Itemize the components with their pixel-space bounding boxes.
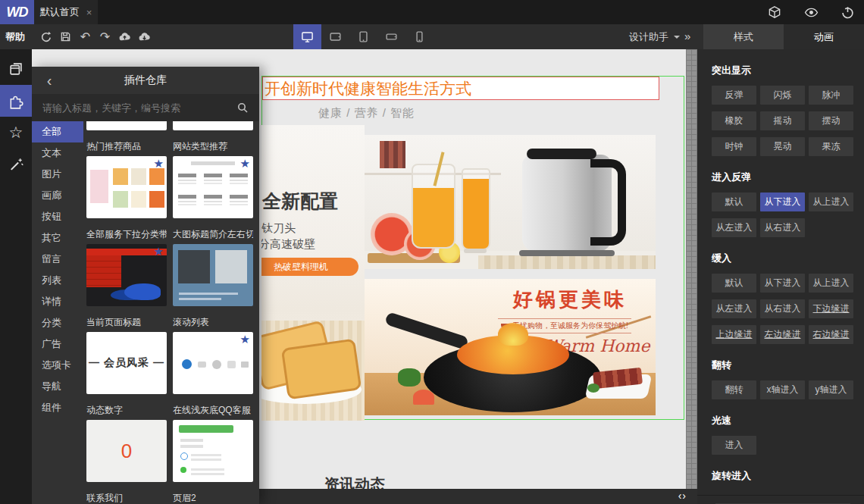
code-view-icon[interactable]: ‹›: [678, 489, 687, 504]
plugin-card-thumb[interactable]: [173, 420, 253, 482]
collapse-panel-icon[interactable]: »: [684, 24, 690, 49]
plugin-panel-title: 插件仓库: [67, 74, 224, 87]
animation-button[interactable]: 闪烁: [760, 86, 805, 105]
sidebar-item-favorites[interactable]: ☆: [0, 117, 32, 149]
category-item[interactable]: 列表: [32, 270, 83, 291]
page-subheading[interactable]: 健康 / 营养 / 智能: [318, 106, 415, 121]
device-tablet-landscape-button[interactable]: [321, 24, 349, 49]
animation-button[interactable]: 从上进入: [809, 193, 853, 211]
animation-button[interactable]: 默认: [712, 274, 756, 293]
animation-button[interactable]: 橡胶: [712, 111, 756, 130]
animation-button[interactable]: 从下进入: [760, 193, 805, 211]
animation-button[interactable]: 左边缘进: [760, 325, 805, 344]
star-badge-icon[interactable]: ★: [240, 157, 250, 171]
animation-button[interactable]: 从右进入: [760, 299, 805, 318]
search-icon[interactable]: [235, 100, 250, 115]
app-logo[interactable]: WD: [0, 0, 34, 24]
star-badge-icon[interactable]: ★: [240, 333, 250, 346]
help-button[interactable]: 帮助: [5, 24, 25, 49]
cube-icon[interactable]: [767, 5, 782, 20]
animation-button[interactable]: 右边缘进: [809, 325, 853, 344]
animation-button[interactable]: 反弹: [712, 86, 756, 105]
star-badge-icon[interactable]: ★: [154, 245, 164, 258]
animation-button[interactable]: 时钟: [712, 137, 756, 156]
category-item[interactable]: 广告: [32, 333, 83, 355]
sidebar-item-pages[interactable]: [0, 53, 32, 85]
category-item[interactable]: 其它: [32, 227, 83, 249]
banner-left-ad[interactable]: 全新配置 钛刀头 分高速破壁 热破壁料理机: [261, 125, 365, 421]
tab-style[interactable]: 样式: [703, 24, 784, 49]
category-item[interactable]: 详情: [32, 291, 83, 312]
category-item[interactable]: 分类: [32, 312, 83, 333]
plugin-card-partial[interactable]: [173, 121, 253, 130]
animation-button[interactable]: 进入: [712, 436, 756, 455]
category-item[interactable]: 全部: [32, 121, 83, 142]
animation-section-title: 旋转进入: [712, 469, 854, 483]
category-item[interactable]: 图片: [32, 164, 83, 185]
category-item[interactable]: 画廊: [32, 185, 83, 206]
animation-button[interactable]: 摇动: [760, 111, 805, 130]
cloud-upload-icon[interactable]: [118, 30, 131, 43]
plugin-card-thumb[interactable]: ★: [86, 244, 167, 306]
kettle-banner-image[interactable]: [365, 135, 656, 269]
page-heading-element[interactable]: 开创新时代健康智能生活方式: [262, 77, 659, 100]
animation-button[interactable]: 默认: [712, 193, 756, 211]
sidebar-item-wizard[interactable]: [0, 149, 32, 180]
animation-button[interactable]: 从左进入: [712, 299, 756, 318]
animation-button[interactable]: 上边缘进: [712, 325, 756, 344]
animation-button[interactable]: 下边缘进: [809, 299, 853, 318]
plugin-card-thumb[interactable]: ★: [86, 156, 167, 218]
plugin-card-thumb[interactable]: — 会员风采 —: [86, 332, 167, 394]
animation-button[interactable]: x轴进入: [760, 380, 805, 399]
category-item[interactable]: 文本: [32, 142, 83, 164]
design-assistant-dropdown[interactable]: 设计助手: [629, 24, 680, 49]
device-desktop-button[interactable]: [293, 24, 321, 49]
plugin-library-panel: ‹ 插件仓库 全部文本图片画廊按钮其它留言列表详情分类广告选项卡导航组件 热门推…: [32, 67, 259, 504]
sidebar-item-plugins[interactable]: [0, 85, 32, 117]
page-tab-home[interactable]: 默认首页 ×: [34, 0, 98, 24]
plugin-search-input[interactable]: [41, 102, 235, 114]
animation-button[interactable]: 果冻: [809, 137, 853, 156]
device-phone-landscape-button[interactable]: [377, 24, 405, 49]
plugin-card-thumb[interactable]: [173, 244, 253, 306]
category-item[interactable]: 留言: [32, 249, 83, 270]
star-badge-icon[interactable]: ★: [154, 157, 164, 171]
animation-button[interactable]: 从右进入: [760, 218, 805, 237]
animation-button[interactable]: 从上进入: [809, 274, 853, 293]
plugin-card-thumb[interactable]: ★: [173, 332, 253, 394]
preview-eye-icon[interactable]: [803, 5, 819, 20]
wok-banner-image[interactable]: 好锅更美味 无忧购物，至诚服务为你保驾护航! Warm Home: [365, 279, 656, 415]
tab-animation[interactable]: 动画: [784, 24, 864, 49]
canvas-scrollbar[interactable]: [686, 49, 697, 489]
ad-button[interactable]: 热破壁料理机: [261, 258, 358, 276]
save-icon[interactable]: [59, 30, 72, 43]
plugin-card-title: 全部服务下拉分类带...: [86, 227, 167, 241]
title-bar: WD 默认首页 ×: [0, 0, 864, 24]
refresh-icon[interactable]: [39, 30, 52, 43]
ad-title: 全新配置: [262, 189, 338, 214]
device-tablet-portrait-button[interactable]: [349, 24, 377, 49]
device-phone-portrait-button[interactable]: [405, 24, 434, 49]
undo-icon[interactable]: ↶: [79, 30, 92, 43]
news-section-title[interactable]: 资讯动态: [324, 474, 385, 489]
animation-button[interactable]: 摆动: [809, 111, 853, 130]
close-icon[interactable]: ×: [86, 7, 92, 18]
category-item[interactable]: 导航: [32, 376, 83, 397]
animation-button[interactable]: 翻转: [712, 380, 756, 399]
plugin-card-thumb[interactable]: ★: [173, 156, 253, 218]
redo-icon[interactable]: ↷: [99, 30, 111, 43]
back-chevron-icon[interactable]: ‹: [32, 67, 67, 93]
broccoli: [398, 368, 421, 387]
animation-button[interactable]: 从左进入: [712, 218, 756, 237]
category-item[interactable]: 按钮: [32, 206, 83, 227]
animation-button[interactable]: 晃动: [760, 137, 805, 156]
animation-button[interactable]: 脉冲: [809, 86, 853, 105]
animation-button[interactable]: 从下进入: [760, 274, 805, 293]
cloud-download-icon[interactable]: [138, 30, 151, 43]
plugin-card-partial[interactable]: [86, 121, 167, 130]
animation-button[interactable]: y轴进入: [809, 380, 853, 399]
power-icon[interactable]: [840, 5, 855, 20]
category-item[interactable]: 组件: [32, 397, 83, 418]
category-item[interactable]: 选项卡: [32, 355, 83, 376]
plugin-card-thumb[interactable]: 0: [86, 420, 167, 482]
